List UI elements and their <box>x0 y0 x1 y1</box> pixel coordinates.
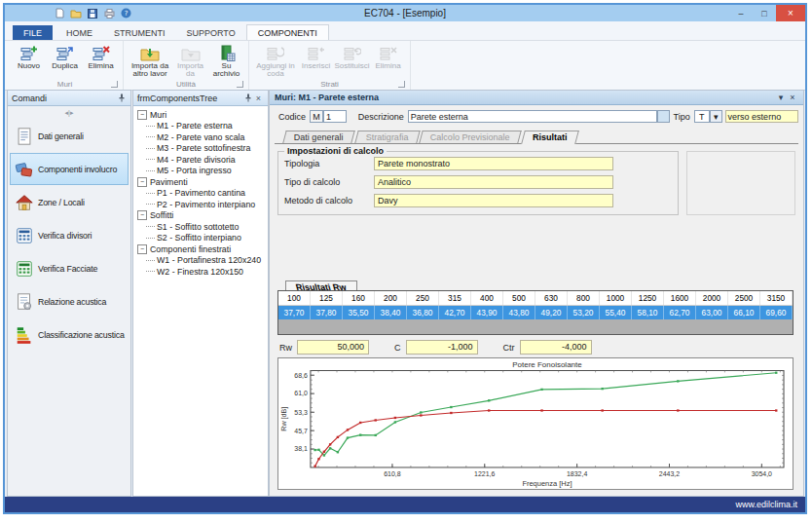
expander-icon[interactable]: − <box>137 244 147 254</box>
tab-risultati[interactable]: Risultati <box>521 131 578 144</box>
expander-icon[interactable]: − <box>137 210 147 220</box>
rw-value-cell[interactable]: 38,40 <box>375 306 407 319</box>
svg-text:61,0: 61,0 <box>294 391 308 397</box>
minimize-button[interactable]: – <box>729 5 753 21</box>
tree-node[interactable]: −Componenti finestrati <box>137 243 268 255</box>
codice-prefix-field[interactable]: M <box>310 110 323 123</box>
tree-node[interactable]: M5 - Porta ingresso <box>137 166 268 177</box>
tab-dati-generali[interactable]: Dati generali <box>282 131 354 143</box>
rw-value-cell[interactable]: 58,10 <box>632 306 664 319</box>
freq-header-cell: 800 <box>568 291 600 305</box>
rw-value-cell[interactable]: 36,80 <box>407 306 439 319</box>
close-button[interactable]: × <box>776 5 805 21</box>
aggiungi-in-coda-button[interactable]: Aggiungi in coda <box>253 42 298 79</box>
rw-value-cell[interactable]: 63,00 <box>696 306 728 319</box>
pin-icon[interactable] <box>242 93 253 102</box>
tree-node[interactable]: M4 - Parete divisoria <box>137 154 268 166</box>
duplica-button[interactable]: Duplica <box>47 42 83 70</box>
dialog-launcher-icon[interactable] <box>237 81 243 88</box>
tree-node[interactable]: P1 - Pavimento cantina <box>137 188 268 200</box>
tab-home[interactable]: HOME <box>55 25 103 40</box>
new-item-icon <box>20 44 38 62</box>
expander-icon[interactable]: − <box>137 177 147 187</box>
tree-node[interactable]: M3 - Parete sottofinestra <box>137 143 268 155</box>
sidebar-item-verifica-facciate[interactable]: Verifica Facciate <box>10 252 129 284</box>
tree-node[interactable]: P2 - Pavimento interpiano <box>137 199 268 210</box>
tree-node[interactable]: −Pavimenti <box>137 176 268 188</box>
svg-text:45,7: 45,7 <box>294 428 308 434</box>
tipo-dropdown-button[interactable]: ▾ <box>710 110 722 123</box>
svg-text:68,6: 68,6 <box>294 372 308 379</box>
tipo-descrizione-field[interactable]: verso esterno <box>725 110 798 123</box>
tab-supporto[interactable]: SUPPORTO <box>176 25 246 40</box>
dialog-launcher-icon[interactable] <box>398 81 405 88</box>
ctr-value-field[interactable]: -4,000 <box>520 340 592 355</box>
rw-value-cell[interactable]: 43,80 <box>503 306 535 319</box>
tipo-field[interactable]: T <box>694 110 710 123</box>
document-header: Muri: M1 - Parete esterna ▾ × <box>270 91 803 105</box>
codice-label: Codice <box>278 112 306 122</box>
rw-value-cell[interactable]: 37,70 <box>278 306 311 319</box>
sidebar-item-relazione-acustica[interactable]: Relazione acustica <box>10 285 129 318</box>
tree-node[interactable]: M2 - Parete vano scala <box>137 131 268 143</box>
panel-splitter-handle[interactable]: ◂|▸ <box>8 106 130 119</box>
tab-file[interactable]: FILE <box>13 25 53 40</box>
dialog-launcher-icon[interactable] <box>111 81 118 88</box>
help-icon[interactable]: ? <box>120 8 131 19</box>
chevron-down-icon[interactable]: ▾ <box>775 93 787 102</box>
tipologia-field[interactable]: Parete monostrato <box>374 157 613 170</box>
nuovo-button[interactable]: Nuovo <box>11 42 47 70</box>
tab-componenti[interactable]: COMPONENTI <box>246 24 329 40</box>
pin-icon[interactable] <box>116 93 127 102</box>
tree-node[interactable]: S2 - Soffitto interpiano <box>137 233 268 244</box>
rw-value-field[interactable]: 50,000 <box>297 340 369 355</box>
print-icon[interactable] <box>103 8 115 19</box>
tab-strumenti[interactable]: STRUMENTI <box>103 25 176 40</box>
inserisci-button[interactable]: Inserisci <box>298 42 334 70</box>
tree-node[interactable]: S1 - Soffitto sottotetto <box>137 221 268 233</box>
new-document-icon[interactable] <box>54 8 65 19</box>
rw-value-cell[interactable]: 69,60 <box>760 306 793 319</box>
expander-icon[interactable]: − <box>137 110 147 120</box>
rw-value-cell[interactable]: 62,70 <box>664 306 696 319</box>
rw-value-cell[interactable]: 49,20 <box>535 306 568 319</box>
sidebar-item-dati-generali[interactable]: Dati generali <box>10 120 129 152</box>
importa-da-altro-lavoro-button[interactable]: Importa da altro lavor <box>128 42 172 79</box>
tree-node[interactable]: W1 - Portafinestra 120x240 <box>137 255 268 267</box>
c-value-field[interactable]: -1,000 <box>406 340 478 355</box>
tree-node[interactable]: −Soffitti <box>137 210 268 222</box>
tree-node[interactable]: −Muri <box>137 109 268 121</box>
tree-node[interactable]: M1 - Parete esterna <box>137 121 268 132</box>
sidebar-item-classificazione-acustica[interactable]: Classificazione acustica <box>10 318 129 351</box>
open-folder-icon[interactable] <box>70 8 82 19</box>
elimina-strato-button[interactable]: Elimina <box>370 42 406 70</box>
metodo-di-calcolo-field[interactable]: Davy <box>374 194 613 207</box>
close-icon[interactable]: × <box>253 93 264 103</box>
sidebar-item-verifica-divisori[interactable]: Verifica divisori <box>10 219 129 251</box>
descrizione-browse-button[interactable] <box>657 110 670 123</box>
su-archivio-button[interactable]: Su archivio <box>208 42 244 79</box>
tab-stratigrafia[interactable]: Stratigrafia <box>354 131 420 143</box>
statusbar-website: www.edilclima.it <box>735 500 797 509</box>
elimina-button[interactable]: Elimina <box>83 42 119 70</box>
maximize-button[interactable]: □ <box>753 5 776 21</box>
sidebar-item-componenti-involucro[interactable]: Componenti involucro <box>10 153 129 185</box>
sidebar-item-zone-locali[interactable]: Zone / Locali <box>10 186 129 218</box>
tab-calcolo-previsionale[interactable]: Calcolo Previsionale <box>419 131 521 143</box>
sostituisci-button[interactable]: Sostituisci <box>334 42 370 70</box>
tree-node[interactable]: W2 - Finestra 120x150 <box>137 266 268 278</box>
rw-value-cell[interactable]: 43,90 <box>471 306 503 319</box>
codice-field[interactable]: 1 <box>323 110 347 123</box>
save-icon[interactable] <box>87 8 98 19</box>
append-icon <box>267 44 284 62</box>
importa-da-button[interactable]: Importa da <box>172 42 208 79</box>
rw-value-cell[interactable]: 37,80 <box>311 306 343 319</box>
rw-value-cell[interactable]: 55,40 <box>600 306 632 319</box>
rw-value-cell[interactable]: 53,20 <box>568 306 600 319</box>
rw-value-cell[interactable]: 66,10 <box>728 306 760 319</box>
descrizione-field[interactable]: Parete esterna <box>408 110 657 123</box>
rw-value-cell[interactable]: 35,50 <box>343 306 375 319</box>
close-icon[interactable]: × <box>787 93 798 102</box>
rw-value-cell[interactable]: 42,70 <box>439 306 471 319</box>
tipo-di-calcolo-field[interactable]: Analitico <box>374 175 613 189</box>
